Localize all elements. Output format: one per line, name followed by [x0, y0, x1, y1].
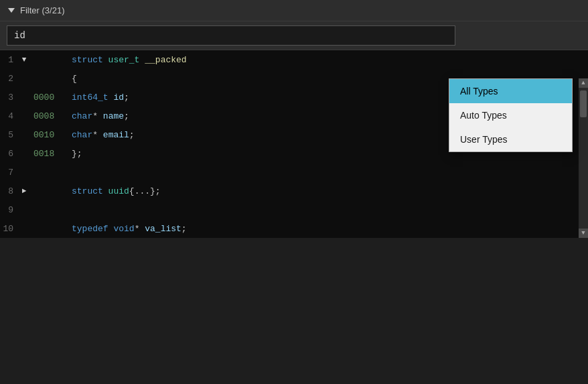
line-number: 7 — [0, 168, 19, 178]
line-number: 10 — [0, 224, 19, 234]
table-row: 7 — [0, 163, 588, 182]
line-content: int64_t id; — [66, 92, 129, 103]
line-number: 5 — [0, 130, 19, 140]
main-content: 1▼struct user_t __packed2{30000int64_t i… — [0, 50, 588, 238]
scroll-down-button[interactable]: ▼ — [579, 229, 588, 238]
search-input[interactable] — [7, 25, 455, 46]
line-offset: 0000 — [29, 92, 66, 103]
line-content: struct uuid{...}; — [66, 186, 161, 196]
scrollbar-thumb[interactable] — [580, 90, 587, 117]
line-number: 3 — [0, 92, 19, 103]
line-number: 2 — [0, 74, 19, 84]
line-content: char* email; — [66, 130, 135, 140]
line-content: char* name; — [66, 111, 129, 121]
table-row: 10typedef void* va_list; — [0, 219, 588, 238]
table-row: 9 — [0, 200, 588, 219]
line-number: 8 — [0, 186, 19, 196]
line-number: 9 — [0, 205, 19, 215]
dropdown-item[interactable]: Auto Types — [449, 103, 572, 127]
collapse-icon[interactable] — [8, 8, 15, 13]
scroll-up-button[interactable]: ▲ — [579, 78, 588, 88]
line-content: }; — [66, 149, 82, 159]
type-filter-dropdown: All TypesAuto TypesUser Types — [449, 78, 573, 152]
table-row: 1▼struct user_t __packed — [0, 50, 588, 69]
line-number: 1 — [0, 55, 19, 65]
dropdown-item[interactable]: All Types — [449, 79, 572, 103]
line-offset: 0010 — [29, 130, 66, 140]
line-number: 6 — [0, 149, 19, 159]
line-content: typedef void* va_list; — [66, 224, 187, 234]
filter-label: Filter (3/21) — [20, 5, 64, 15]
table-row: 8►struct uuid{...}; — [0, 182, 588, 200]
expand-arrow[interactable]: ► — [19, 187, 29, 195]
line-offset: 0008 — [29, 111, 66, 121]
line-offset: 0018 — [29, 149, 66, 159]
line-content: { — [66, 74, 77, 84]
expand-arrow[interactable]: ▼ — [19, 56, 29, 64]
line-number: 4 — [0, 111, 19, 121]
scrollbar-track: ▲ ▼ — [579, 78, 588, 238]
filter-header: Filter (3/21) — [0, 0, 588, 21]
search-bar — [0, 21, 588, 50]
dropdown-item[interactable]: User Types — [449, 127, 572, 151]
line-content: struct user_t __packed — [66, 55, 187, 65]
